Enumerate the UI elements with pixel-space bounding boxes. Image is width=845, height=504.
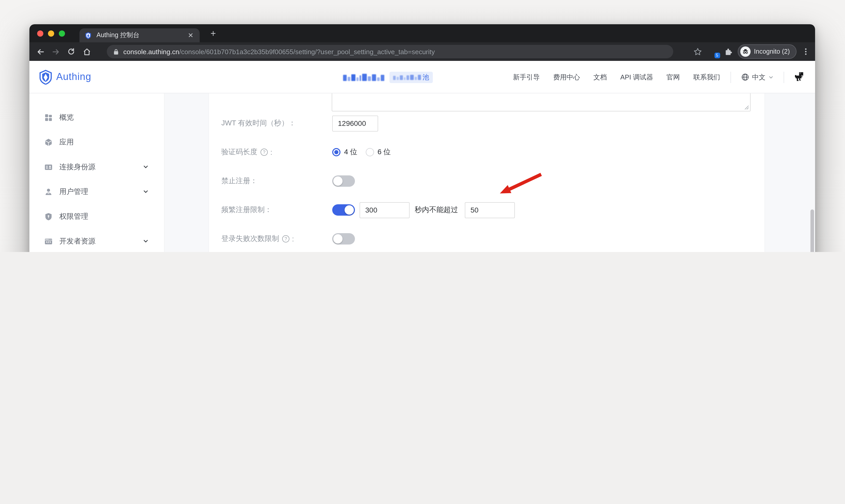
dino-icon[interactable] (794, 72, 804, 82)
close-window-button[interactable] (37, 30, 43, 36)
form-control (332, 115, 378, 131)
form-row-login-fail-limit: 登录失败次数限制?: (221, 224, 753, 252)
help-icon[interactable]: ? (282, 235, 289, 242)
divider (784, 71, 784, 83)
form-control (332, 175, 355, 187)
form-control: 秒内不能超过 (332, 202, 515, 218)
header-nav-item-4[interactable]: 官网 (666, 72, 680, 82)
disable-signup-toggle[interactable] (332, 175, 355, 187)
form-row-disable-signup: 禁止注册： (221, 167, 753, 196)
app-body: 概览应用连接身份源用户管理权限管理开发者资源扩展能力审计日志费用管理实验室设置 … (30, 93, 815, 252)
between-text: 秒内不能超过 (415, 205, 458, 215)
incognito-icon (740, 47, 750, 57)
pool-suffix: 池 (422, 72, 429, 82)
radio-selected-icon (332, 148, 340, 156)
authing-favicon-icon (85, 32, 92, 39)
sidebar: 概览应用连接身份源用户管理权限管理开发者资源扩展能力审计日志费用管理实验室设置 (30, 93, 165, 252)
extensions-puzzle-icon[interactable] (723, 47, 732, 56)
app-header: Authing 池 新手引导费用中心文档API 调试器官网联系我们 中文 (30, 61, 815, 93)
sidebar-item-permission-management[interactable]: 权限管理 (30, 206, 164, 227)
language-switcher[interactable]: 中文 (741, 72, 773, 82)
redacted-pool-badge-text (393, 74, 421, 80)
brand-name: Authing (56, 71, 91, 83)
minimize-window-button[interactable] (48, 30, 54, 36)
help-icon[interactable]: ? (260, 148, 268, 156)
forward-icon[interactable] (48, 44, 64, 59)
form-control (332, 233, 355, 245)
form-label-colon: ： (289, 119, 296, 128)
form-row-frequent-signup-limit: 频繁注册限制：秒内不能超过 (221, 196, 753, 224)
sidebar-item-overview[interactable]: 概览 (30, 107, 164, 128)
form-control: 4 位6 位 (332, 147, 399, 157)
form-label-text: JWT 有效时间（秒） (221, 119, 289, 128)
desktop: Authing 控制台 ✕ + console.authing.cn/conso… (0, 0, 845, 252)
lock-icon (113, 48, 119, 55)
toolbar-right: 5 Incognito (2) (693, 42, 810, 61)
home-icon[interactable] (79, 44, 94, 59)
login-fail-limit-toggle[interactable] (332, 233, 355, 245)
radio-option-1[interactable]: 6 位 (365, 147, 391, 157)
sidebar-item-label: 开发者资源 (59, 237, 143, 246)
new-tab-button[interactable]: + (207, 27, 219, 41)
user-icon (44, 187, 53, 196)
form-row-jwt-ttl: JWT 有效时间（秒）： (221, 109, 753, 138)
form-label: 验证码长度?: (221, 147, 272, 157)
security-form: JWT 有效时间（秒）：验证码长度?:4 位6 位禁止注册：频繁注册限制：秒内不… (221, 109, 753, 252)
radio-option-0[interactable]: 4 位 (332, 147, 357, 157)
sidebar-item-user-management[interactable]: 用户管理 (30, 182, 164, 202)
form-label: 禁止注册： (221, 176, 257, 186)
form-label-text: 登录失败次数限制 (221, 234, 279, 244)
form-label-colon: : (270, 148, 272, 156)
browser-window: Authing 控制台 ✕ + console.authing.cn/conso… (30, 24, 815, 252)
maximize-window-button[interactable] (59, 30, 65, 36)
frequent-signup-limit-toggle[interactable] (332, 204, 355, 216)
incognito-badge[interactable]: Incognito (2) (737, 44, 796, 59)
scrollbar-thumb[interactable] (810, 210, 814, 252)
chevron-down-icon (143, 187, 148, 197)
tab-close-icon[interactable]: ✕ (187, 31, 195, 40)
shield-icon (44, 212, 53, 221)
header-nav-item-2[interactable]: 文档 (594, 72, 607, 82)
frequent-signup-limit-seconds-input[interactable] (360, 202, 410, 218)
jwt-ttl-input[interactable] (332, 115, 378, 131)
reload-icon[interactable] (64, 44, 79, 59)
header-nav-item-1[interactable]: 费用中心 (553, 72, 580, 82)
frequent-signup-limit-count-input[interactable] (465, 202, 515, 218)
code-window-icon (44, 237, 53, 246)
sidebar-item-label: 应用 (59, 138, 148, 147)
radio-label: 6 位 (377, 147, 391, 157)
divider (731, 71, 731, 83)
user-pool-switcher[interactable]: 池 (343, 61, 433, 93)
chevron-down-icon (143, 162, 148, 172)
sidebar-item-label: 用户管理 (59, 187, 143, 197)
sidebar-item-label: 连接身份源 (59, 162, 143, 172)
back-icon[interactable] (33, 44, 48, 59)
browser-tab[interactable]: Authing 控制台 ✕ (79, 29, 200, 42)
header-nav-item-5[interactable]: 联系我们 (693, 72, 720, 82)
form-label-colon: ： (250, 176, 257, 186)
url-text: console.authing.cn/console/601b707b1a3c2… (123, 48, 435, 55)
form-label: JWT 有效时间（秒）： (221, 119, 296, 128)
sidebar-item-applications[interactable]: 应用 (30, 132, 164, 153)
sidebar-item-developer-resources[interactable]: 开发者资源 (30, 231, 164, 252)
sidebar-item-identity-sources[interactable]: 连接身份源 (30, 157, 164, 178)
sidebar-item-label: 概览 (59, 113, 148, 122)
globe-icon (741, 73, 749, 81)
sidebar-item-label: 权限管理 (59, 212, 148, 221)
header-nav-item-3[interactable]: API 调试器 (621, 72, 653, 82)
menu-dots-icon[interactable] (802, 48, 810, 56)
radio-label: 4 位 (344, 147, 357, 157)
form-label-text: 禁止注册 (221, 176, 250, 186)
authing-shield-icon (39, 69, 53, 84)
chevron-down-icon (769, 75, 773, 79)
app-cube-icon (44, 138, 53, 147)
header-nav-item-0[interactable]: 新手引导 (513, 72, 540, 82)
authing-logo[interactable]: Authing (39, 69, 91, 84)
bookmark-star-icon[interactable] (693, 47, 702, 56)
grid-icon (44, 113, 53, 122)
security-settings-card: JWT 有效时间（秒）：验证码长度?:4 位6 位禁止注册：频繁注册限制：秒内不… (209, 93, 765, 252)
browser-toolbar: console.authing.cn/console/601b707b1a3c2… (30, 42, 815, 61)
address-bar[interactable]: console.authing.cn/console/601b707b1a3c2… (107, 45, 673, 58)
profile-avatar[interactable]: 5 (707, 46, 718, 57)
tab-title: Authing 控制台 (96, 31, 187, 40)
